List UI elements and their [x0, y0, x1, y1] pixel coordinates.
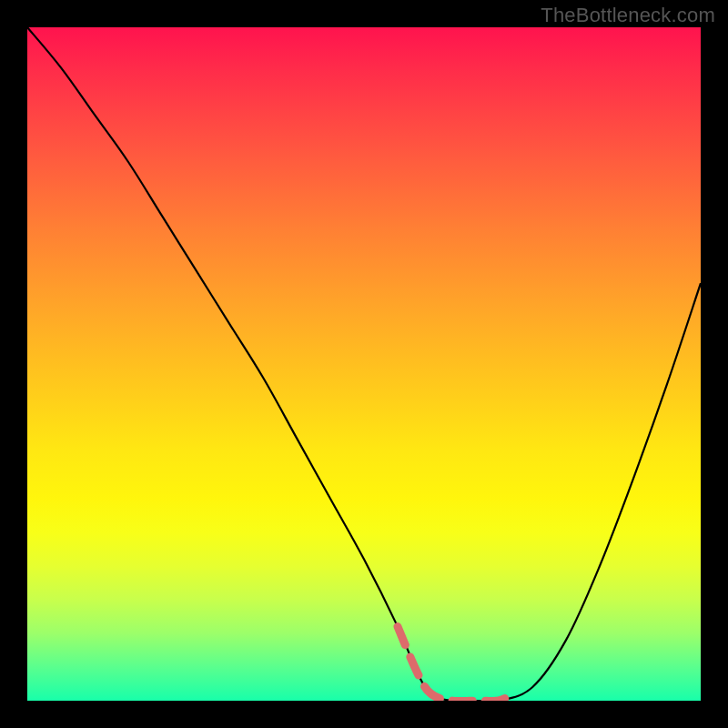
- chart-frame: TheBottleneck.com: [0, 0, 728, 728]
- watermark-text: TheBottleneck.com: [541, 4, 715, 27]
- optimal-trough-marker: [398, 627, 512, 701]
- chart-svg: [27, 27, 701, 701]
- bottleneck-curve: [27, 27, 701, 701]
- plot-area: [27, 27, 701, 701]
